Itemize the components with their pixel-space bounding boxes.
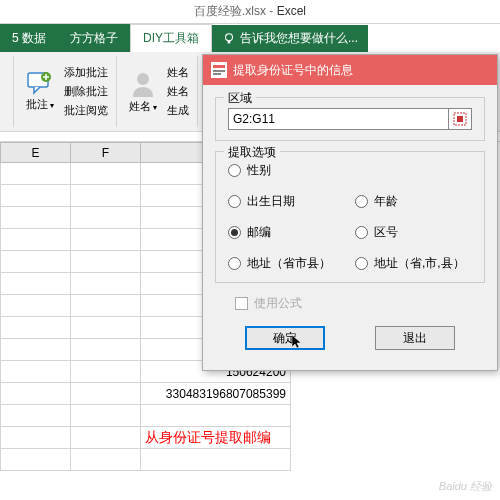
use-formula-checkbox: 使用公式: [235, 295, 485, 312]
delete-comment[interactable]: 删除批注: [62, 83, 110, 100]
radio-sex[interactable]: 性别: [228, 162, 345, 179]
svg-rect-8: [213, 73, 221, 75]
extract-id-dialog: 提取身份证号中的信息 区域 提取选项 性别 出生日期 年龄 邮编 区号 地址（省…: [202, 54, 498, 371]
region-fieldset: 区域: [215, 97, 485, 141]
svg-rect-1: [228, 40, 231, 43]
range-input[interactable]: [228, 108, 448, 130]
cancel-button[interactable]: 退出: [375, 326, 455, 350]
radio-birthdate[interactable]: 出生日期: [228, 193, 345, 210]
tell-me[interactable]: 告诉我您想要做什么...: [212, 25, 368, 52]
note-cell[interactable]: 从身份证号提取邮编: [141, 427, 291, 449]
checkbox-icon: [235, 297, 248, 310]
cursor-icon: [292, 335, 304, 352]
ribbon-group-name: 姓名 姓名 姓名 生成: [119, 56, 198, 127]
add-comment[interactable]: 添加批注: [62, 64, 110, 81]
radio-address1[interactable]: 地址（省市县）: [228, 255, 345, 272]
col-header-e[interactable]: E: [1, 143, 71, 163]
col-header-f[interactable]: F: [71, 143, 141, 163]
ok-button[interactable]: 确定: [245, 326, 325, 350]
radio-zip[interactable]: 邮编: [228, 224, 345, 241]
document-name: 百度经验.xlsx - Excel: [194, 3, 306, 20]
dialog-title-text: 提取身份证号中的信息: [233, 62, 353, 79]
name-item-2[interactable]: 姓名: [165, 83, 191, 100]
ribbon-group-left: [0, 56, 14, 127]
cell-data[interactable]: 330483196807085399: [141, 383, 291, 405]
ribbon-group-comments: 批注 添加批注 删除批注 批注阅览: [16, 56, 117, 127]
dialog-icon: [211, 62, 227, 78]
comment-icon: [26, 71, 54, 97]
range-picker-button[interactable]: [448, 108, 472, 130]
svg-rect-7: [213, 70, 225, 72]
region-label: 区域: [224, 90, 256, 107]
options-fieldset: 提取选项 性别 出生日期 年龄 邮编 区号 地址（省市县） 地址（省,市,县）: [215, 151, 485, 283]
options-label: 提取选项: [224, 144, 280, 161]
dialog-titlebar[interactable]: 提取身份证号中的信息: [203, 55, 497, 85]
svg-rect-10: [457, 116, 463, 122]
bulb-icon: [222, 32, 236, 46]
watermark: Baidu 经验: [439, 479, 492, 494]
name-item-1[interactable]: 姓名: [165, 64, 191, 81]
svg-rect-6: [213, 65, 225, 68]
ribbon-tabs: 5 数据 方方格子 DIY工具箱 告诉我您想要做什么...: [0, 24, 500, 52]
radio-address2[interactable]: 地址（省,市,县）: [355, 255, 472, 272]
comments-button[interactable]: 批注: [22, 56, 58, 127]
name-item-3[interactable]: 生成: [165, 102, 191, 119]
radio-age[interactable]: 年龄: [355, 193, 472, 210]
svg-point-4: [137, 73, 149, 85]
person-icon: [129, 69, 157, 99]
tab-data[interactable]: 5 数据: [0, 24, 58, 52]
tab-diy-toolbox[interactable]: DIY工具箱: [130, 24, 212, 52]
svg-point-0: [226, 33, 233, 40]
name-button[interactable]: 姓名: [125, 56, 161, 127]
tab-ffgz[interactable]: 方方格子: [58, 24, 130, 52]
radio-areacode[interactable]: 区号: [355, 224, 472, 241]
title-bar: 百度经验.xlsx - Excel: [0, 0, 500, 24]
browse-comments[interactable]: 批注阅览: [62, 102, 110, 119]
